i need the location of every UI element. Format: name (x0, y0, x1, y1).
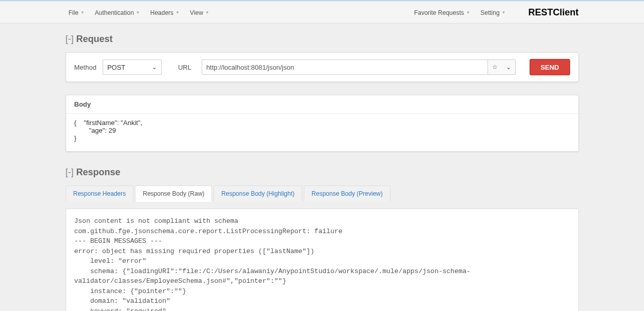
menu-file[interactable]: File▼ (66, 6, 88, 19)
menu-authentication[interactable]: Authentication▼ (92, 6, 143, 19)
chevron-down-icon: ▼ (205, 10, 209, 15)
menu-left: File▼ Authentication▼ Headers▼ View▼ (66, 6, 212, 19)
request-toggle[interactable]: [-] (66, 34, 74, 44)
star-icon[interactable]: ☆ (488, 64, 502, 71)
response-label: Response (76, 167, 121, 177)
body-textarea[interactable] (66, 114, 578, 150)
method-label: Method (74, 64, 96, 71)
chevron-down-icon: ▼ (81, 10, 85, 15)
menu-setting[interactable]: Setting▼ (477, 6, 509, 19)
brand-title: RESTClient (528, 7, 578, 18)
url-label: URL (178, 64, 191, 71)
menu-headers[interactable]: Headers▼ (147, 6, 183, 19)
response-body-content: Json content is not compliant with schem… (66, 209, 579, 311)
send-button[interactable]: SEND (530, 59, 570, 75)
chevron-down-icon: ⌄ (152, 64, 157, 71)
request-card: Method POST ⌄ URL ☆ ⌄ SEND (66, 52, 579, 82)
body-label: Body (66, 95, 578, 114)
response-section-header: [-] Response (66, 167, 579, 178)
request-label: Request (76, 34, 113, 44)
chevron-down-icon: ▼ (466, 10, 470, 15)
body-card: Body (66, 95, 579, 152)
chevron-down-icon[interactable]: ⌄ (502, 64, 515, 71)
menu-view[interactable]: View▼ (187, 6, 212, 19)
tab-response-headers[interactable]: Response Headers (66, 185, 134, 201)
tab-response-body-preview[interactable]: Response Body (Preview) (304, 185, 391, 201)
url-input[interactable] (202, 59, 488, 75)
menu-favorite-requests[interactable]: Favorite Requests▼ (411, 6, 473, 19)
method-value: POST (107, 64, 125, 71)
chevron-down-icon: ▼ (502, 10, 506, 15)
tab-response-body-raw[interactable]: Response Body (Raw) (135, 185, 212, 202)
tab-response-body-highlight[interactable]: Response Body (Highlight) (213, 185, 302, 201)
menubar: File▼ Authentication▼ Headers▼ View▼ Fav… (0, 2, 644, 24)
method-select[interactable]: POST ⌄ (103, 59, 162, 75)
url-addon: ☆ ⌄ (488, 59, 516, 75)
response-tabs: Response Headers Response Body (Raw) Res… (66, 185, 579, 201)
chevron-down-icon: ▼ (136, 10, 140, 15)
chevron-down-icon: ▼ (175, 10, 180, 15)
response-toggle[interactable]: [-] (66, 167, 74, 177)
request-section-header: [-] Request (66, 34, 579, 45)
menu-right: Favorite Requests▼ Setting▼ RESTClient (411, 6, 579, 19)
